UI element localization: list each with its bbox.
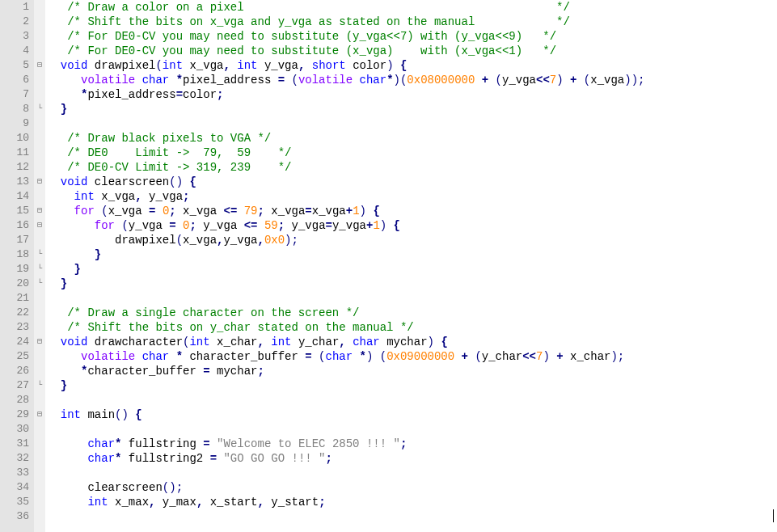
code-line[interactable]: /* For DE0-CV you may need to substitute… — [47, 29, 777, 44]
code-token — [47, 408, 61, 421]
code-line[interactable] — [47, 466, 777, 480]
code-line[interactable]: } — [47, 277, 777, 291]
code-token: void — [61, 59, 88, 72]
code-line[interactable]: clearscreen(); — [47, 480, 777, 495]
code-line[interactable]: void drawpixel(int x_vga, int y_vga, sho… — [47, 58, 777, 73]
code-line[interactable]: /* Shift the bits on x_vga and y_vga as … — [47, 15, 777, 29]
code-token: } — [61, 103, 67, 116]
code-token: * — [176, 350, 183, 363]
code-token: y_vga — [129, 219, 169, 232]
code-token: character_buffer — [87, 365, 203, 378]
code-line[interactable] — [47, 509, 777, 524]
fold-empty — [34, 480, 45, 495]
code-token: } — [61, 379, 67, 392]
code-line[interactable]: /* Draw black pixels to VGA */ — [47, 131, 777, 146]
code-line[interactable]: } — [47, 102, 777, 116]
code-token: ( — [584, 74, 590, 87]
code-line[interactable]: char* fullstring = "Welcome to ELEC 2850… — [47, 437, 777, 451]
code-token — [47, 59, 61, 72]
code-token: () — [169, 175, 183, 188]
code-token — [47, 350, 81, 363]
code-token: ( — [121, 219, 128, 232]
line-number: 17 — [0, 233, 29, 247]
code-token: ( — [101, 205, 108, 217]
code-token: , — [135, 190, 141, 203]
code-line[interactable]: for (x_vga = 0; x_vga <= 79; x_vga=x_vga… — [47, 204, 777, 218]
code-token: drawcharacter — [87, 336, 183, 348]
fold-guide-icon: └ — [34, 247, 45, 262]
code-line[interactable]: int x_max, y_max, x_start, y_start; — [47, 495, 777, 509]
fold-empty — [34, 233, 45, 247]
code-token: 0x09000000 — [386, 350, 454, 363]
code-token: y_char — [482, 350, 522, 363]
code-line[interactable] — [47, 393, 777, 407]
code-line[interactable]: void clearscreen() { — [47, 175, 777, 189]
code-token: pixel_address — [87, 88, 175, 101]
code-line[interactable]: volatile char *pixel_address = (volatile… — [47, 73, 777, 87]
fold-toggle-icon[interactable]: ⊟ — [34, 204, 45, 218]
code-token — [47, 30, 67, 43]
code-token — [47, 103, 61, 116]
code-token — [169, 74, 175, 87]
code-line[interactable]: volatile char * character_buffer = (char… — [47, 349, 777, 364]
fold-toggle-icon[interactable]: ⊟ — [34, 218, 45, 233]
fold-toggle-icon[interactable]: ⊟ — [34, 175, 45, 189]
line-number: 6 — [0, 73, 29, 87]
code-token — [135, 74, 141, 87]
code-line[interactable]: void drawcharacter(int x_char, int y_cha… — [47, 335, 777, 349]
code-token: volatile — [81, 350, 135, 363]
code-token: main — [81, 408, 115, 421]
code-token: y_vga — [502, 74, 536, 87]
code-token: mychar — [380, 336, 428, 348]
code-token: int — [163, 59, 183, 72]
code-line[interactable]: /* Draw a single character on the screen… — [47, 306, 777, 320]
code-line[interactable]: /* DE0 Limit -> 79, 59 */ — [47, 146, 777, 160]
code-line[interactable]: } — [47, 378, 777, 393]
code-token: = — [203, 437, 209, 450]
code-line[interactable]: /* DE0-CV Limit -> 319, 239 */ — [47, 160, 777, 175]
fold-column[interactable]: ⊟└⊟⊟⊟└└└⊟└⊟ — [34, 0, 45, 532]
code-token: void — [61, 336, 88, 348]
code-line[interactable] — [47, 116, 777, 131]
code-line[interactable]: } — [47, 262, 777, 277]
code-token: int — [61, 408, 81, 421]
fold-empty — [34, 0, 45, 15]
code-line[interactable]: *character_buffer = mychar; — [47, 364, 777, 378]
code-token: ) — [386, 59, 393, 72]
code-token: for — [74, 205, 95, 217]
code-line[interactable]: int x_vga, y_vga; — [47, 189, 777, 204]
code-area[interactable]: /* Draw a color on a pixel */ /* Shift t… — [45, 0, 777, 532]
line-number: 11 — [0, 146, 29, 160]
code-line[interactable] — [47, 291, 777, 306]
code-line[interactable]: /* For DE0-CV you may need to substitute… — [47, 44, 777, 58]
code-token: ) — [543, 350, 549, 363]
code-line[interactable] — [47, 422, 777, 437]
code-token: { — [135, 408, 141, 421]
code-line[interactable]: *pixel_address=color; — [47, 87, 777, 102]
code-token: ) — [556, 74, 563, 87]
fold-toggle-icon[interactable]: ⊟ — [34, 335, 45, 349]
code-line[interactable]: for (y_vga = 0; y_vga <= 59; y_vga=y_vga… — [47, 218, 777, 233]
code-token: char — [326, 350, 353, 363]
code-line[interactable]: /* Shift the bits on y_char stated on th… — [47, 320, 777, 335]
fold-empty — [34, 160, 45, 175]
code-token: ) — [428, 336, 434, 348]
fold-empty — [34, 495, 45, 509]
code-line[interactable]: int main() { — [47, 407, 777, 422]
code-token: = — [326, 219, 332, 232]
code-token: ( — [319, 350, 325, 363]
code-line[interactable]: } — [47, 247, 777, 262]
code-line[interactable]: /* Draw a color on a pixel */ — [47, 0, 777, 15]
code-line[interactable]: drawpixel(x_vga,y_vga,0x0); — [47, 233, 777, 247]
code-token: x_vga — [95, 190, 135, 203]
code-line[interactable]: char* fullstring2 = "GO GO GO !!! "; — [47, 451, 777, 466]
code-token: * — [360, 350, 366, 363]
line-number: 23 — [0, 320, 29, 335]
fold-toggle-icon[interactable]: ⊟ — [34, 407, 45, 422]
line-number: 29 — [0, 407, 29, 422]
fold-toggle-icon[interactable]: ⊟ — [34, 58, 45, 73]
code-token: y_vga — [196, 219, 244, 232]
code-token: /* For DE0-CV you may need to substitute… — [67, 30, 556, 43]
code-token: } — [74, 263, 81, 276]
line-number: 9 — [0, 116, 29, 131]
